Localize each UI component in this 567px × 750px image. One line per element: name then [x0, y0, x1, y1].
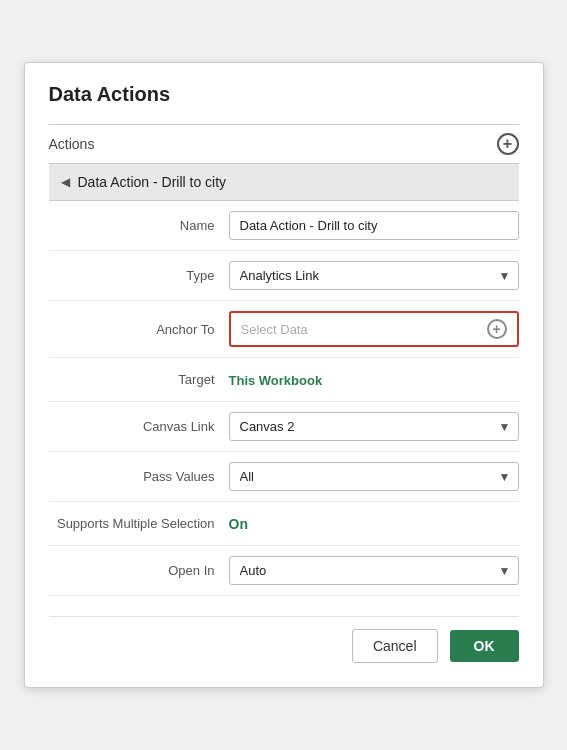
anchor-to-label: Anchor To: [49, 322, 229, 337]
open-in-select-wrapper: Auto New Tab Current Tab ▼: [229, 556, 519, 585]
name-input[interactable]: [229, 211, 519, 240]
pass-values-select[interactable]: All Selected None: [229, 462, 519, 491]
expand-triangle-icon: ◀: [61, 175, 70, 189]
supports-multiple-row: Supports Multiple Selection On: [49, 502, 519, 546]
anchor-to-box[interactable]: Select Data +: [229, 311, 519, 347]
anchor-to-field-wrapper: Select Data +: [229, 311, 519, 347]
data-actions-dialog: Data Actions Actions + ◀ Data Action - D…: [24, 62, 544, 688]
pass-values-label: Pass Values: [49, 469, 229, 484]
type-select[interactable]: Analytics Link URL: [229, 261, 519, 290]
action-item-row[interactable]: ◀ Data Action - Drill to city: [49, 164, 519, 201]
actions-label: Actions: [49, 136, 95, 152]
action-item-label: Data Action - Drill to city: [78, 174, 227, 190]
anchor-to-row: Anchor To Select Data +: [49, 301, 519, 358]
ok-button[interactable]: OK: [450, 630, 519, 662]
pass-values-row: Pass Values All Selected None ▼: [49, 452, 519, 502]
open-in-select[interactable]: Auto New Tab Current Tab: [229, 556, 519, 585]
open-in-label: Open In: [49, 563, 229, 578]
pass-values-select-wrapper: All Selected None ▼: [229, 462, 519, 491]
actions-section-header: Actions +: [49, 124, 519, 164]
target-row: Target This Workbook: [49, 358, 519, 402]
target-label: Target: [49, 372, 229, 387]
cancel-button[interactable]: Cancel: [352, 629, 438, 663]
canvas-link-select[interactable]: Canvas 2 Canvas 1 Canvas 3: [229, 412, 519, 441]
type-select-wrapper: Analytics Link URL ▼: [229, 261, 519, 290]
dialog-title: Data Actions: [49, 83, 519, 106]
anchor-add-icon[interactable]: +: [487, 319, 507, 339]
supports-multiple-toggle[interactable]: On: [229, 516, 248, 532]
type-row: Type Analytics Link URL ▼: [49, 251, 519, 301]
canvas-link-row: Canvas Link Canvas 2 Canvas 1 Canvas 3 ▼: [49, 402, 519, 452]
anchor-to-placeholder: Select Data: [241, 322, 308, 337]
supports-multiple-label: Supports Multiple Selection: [49, 516, 229, 531]
target-link[interactable]: This Workbook: [229, 373, 323, 388]
supports-multiple-value-wrapper: On: [229, 515, 519, 533]
target-value-wrapper: This Workbook: [229, 371, 519, 389]
add-action-button[interactable]: +: [497, 133, 519, 155]
dialog-footer: Cancel OK: [49, 616, 519, 663]
name-row: Name: [49, 201, 519, 251]
name-label: Name: [49, 218, 229, 233]
name-field-wrapper: [229, 211, 519, 240]
canvas-link-label: Canvas Link: [49, 419, 229, 434]
type-label: Type: [49, 268, 229, 283]
canvas-link-select-wrapper: Canvas 2 Canvas 1 Canvas 3 ▼: [229, 412, 519, 441]
open-in-row: Open In Auto New Tab Current Tab ▼: [49, 546, 519, 596]
